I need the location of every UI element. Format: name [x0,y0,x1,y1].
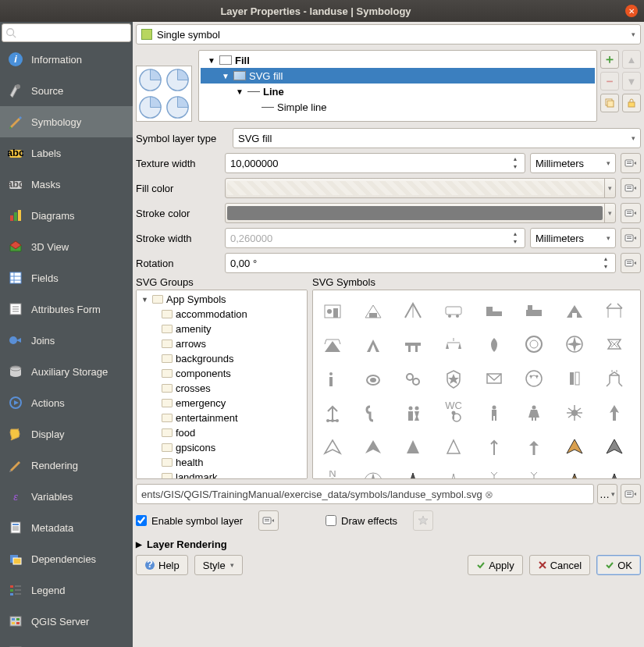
sidebar-item-digitizing[interactable]: Digitizing [0,637,133,647]
rotation-override-button[interactable] [621,253,641,273]
ok-button[interactable]: OK [596,555,641,575]
svg-symbol-item[interactable] [479,398,509,428]
clear-path-button[interactable]: ⊗ [482,489,496,500]
svg-symbol-item[interactable] [600,467,629,479]
remove-symbol-layer-button[interactable]: － [600,72,619,91]
svg-symbol-item[interactable] [560,364,589,393]
svg-symbol-item[interactable] [479,329,509,359]
svg-symbol-item[interactable] [560,329,589,359]
browse-svg-button[interactable]: …▾ [597,484,617,504]
svg-group-landmark[interactable]: landmark [138,470,305,479]
svg-group-arrows[interactable]: arrows [138,336,305,351]
sidebar-item-joins[interactable]: Joins [0,325,133,356]
svg-group-backgrounds[interactable]: backgrounds [138,351,305,366]
fill-color-button[interactable]: ▾ [225,178,616,198]
svg-symbol-item[interactable]: WC [439,398,468,428]
svg-symbol-item[interactable] [479,432,509,462]
svg-symbol-item[interactable] [398,329,428,359]
svg-symbol-item[interactable] [358,432,388,462]
tree-item-line[interactable]: ▼Line [201,84,595,99]
svg-groups-tree[interactable]: ▼App Symbolsaccommodationamenityarrowsba… [136,290,308,479]
svg-symbol-item[interactable] [318,329,347,359]
move-up-button[interactable]: ▲ [622,50,641,69]
svg-symbol-item[interactable] [318,398,347,428]
svg-symbol-item[interactable] [560,295,589,325]
svg-symbol-item[interactable] [560,398,589,428]
svg-symbol-item[interactable] [479,467,509,479]
svg-symbol-item[interactable] [479,295,509,325]
enable-layer-override-button[interactable] [258,510,279,531]
svg-symbol-item[interactable] [560,467,589,479]
svg-symbol-item[interactable] [439,432,468,462]
svg-symbol-item[interactable] [398,398,428,428]
svg-symbol-item[interactable] [318,295,347,325]
svg-symbol-item[interactable] [358,329,388,359]
svg-group-gpsicons[interactable]: gpsicons [138,440,305,455]
svg-symbol-item[interactable]: N [318,467,347,479]
sidebar-search[interactable] [2,23,131,42]
sidebar-item-metadata[interactable]: Metadata [0,512,133,543]
svg-group-root[interactable]: ▼App Symbols [138,292,305,307]
symbol-layer-type-select[interactable]: SVG fill ▾ [233,128,641,148]
svg-symbol-item[interactable] [318,364,347,393]
svg-symbol-item[interactable] [358,364,388,393]
svg-symbol-item[interactable] [358,398,388,428]
move-down-button[interactable]: ▼ [622,72,641,91]
svg-symbol-item[interactable] [358,295,388,325]
tree-item-fill[interactable]: ▼Fill [201,52,595,68]
svg-symbol-item[interactable] [600,329,629,359]
layer-rendering-section[interactable]: ▶ Layer Rendering [136,539,641,550]
sidebar-item-source[interactable]: Source [0,75,133,106]
stroke-width-unit-select[interactable]: Millimeters▾ [530,228,616,248]
enable-symbol-layer-checkbox[interactable]: Enable symbol layer [136,515,243,527]
svg-group-health[interactable]: health [138,455,305,470]
svg-symbol-item[interactable] [519,329,549,359]
add-symbol-layer-button[interactable]: ＋ [600,50,619,69]
svg-symbol-item[interactable] [439,329,468,359]
svg-symbol-item[interactable] [439,295,468,325]
svg-group-accommodation[interactable]: accommodation [138,307,305,322]
sidebar-item-auxiliary-storage[interactable]: Auxiliary Storage [0,356,133,387]
texture-width-unit-select[interactable]: Millimeters▾ [530,153,616,173]
svg-symbol-item[interactable] [560,432,589,462]
sidebar-item-fields[interactable]: Fields [0,262,133,293]
sidebar-item-display[interactable]: Display [0,418,133,450]
sidebar-item-masks[interactable]: abcMasks [0,169,133,200]
svg-symbols-grid[interactable]: WCN [312,290,641,479]
svg-symbol-item[interactable] [519,467,549,479]
sidebar-item-information[interactable]: iInformation [0,44,133,75]
sidebar-item-legend[interactable]: Legend [0,574,133,606]
svg-symbol-item[interactable] [318,432,347,462]
sidebar-item-3d-view[interactable]: 3D View [0,231,133,262]
rotation-spinner[interactable]: ▲▼ [601,255,610,271]
svg-symbol-item[interactable] [519,364,549,393]
lock-symbol-layer-button[interactable] [622,94,641,112]
svg-symbol-item[interactable] [600,364,629,393]
sidebar-item-labels[interactable]: abcLabels [0,137,133,169]
svg-symbol-item[interactable] [519,295,549,325]
draw-effects-checkbox[interactable]: Draw effects [326,515,397,527]
svg-symbol-item[interactable] [519,398,549,428]
fill-color-override-button[interactable] [621,178,641,198]
svg-symbol-item[interactable] [600,398,629,428]
svg-group-entertainment[interactable]: entertainment [138,411,305,425]
draw-effects-config-button[interactable] [413,510,433,531]
sidebar-item-actions[interactable]: Actions [0,387,133,418]
svg-group-components[interactable]: components [138,366,305,381]
tree-item-svg-fill[interactable]: ▼SVG fill [201,68,595,84]
sidebar-item-variables[interactable]: εVariables [0,481,133,512]
svg-symbol-item[interactable] [398,364,428,393]
symbol-layer-tree[interactable]: ▼Fill▼SVG fill▼LineSimple line [198,50,597,122]
duplicate-symbol-layer-button[interactable] [600,94,619,112]
svg-path-override-button[interactable] [621,484,641,504]
stroke-color-button[interactable]: ▾ [225,203,616,223]
sidebar-item-dependencies[interactable]: Dependencies [0,543,133,574]
svg-symbol-item[interactable] [439,467,468,479]
svg-symbol-item[interactable] [398,295,428,325]
apply-button[interactable]: Apply [468,555,523,575]
style-button[interactable]: Style▾ [194,555,243,575]
svg-symbol-item[interactable] [519,432,549,462]
svg-group-emergency[interactable]: emergency [138,396,305,411]
texture-width-input[interactable]: 10,000000 ▲▼ [225,153,525,173]
stroke-width-spinner[interactable]: ▲▼ [511,230,520,246]
